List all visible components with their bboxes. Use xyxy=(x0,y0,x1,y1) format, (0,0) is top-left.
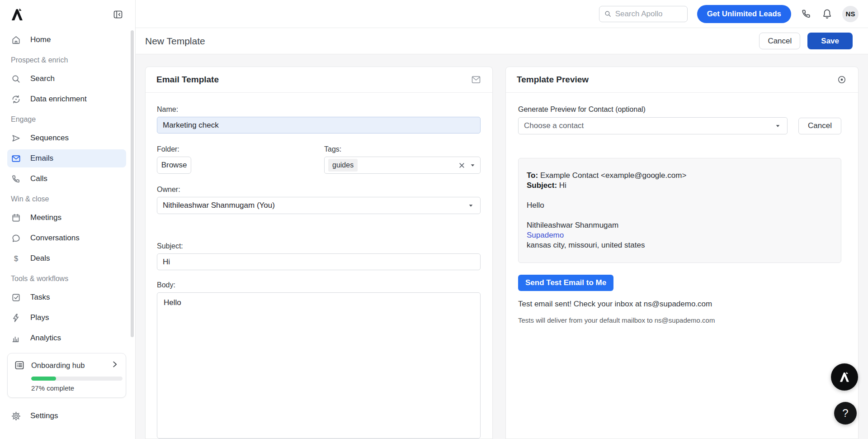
page-title: New Template xyxy=(145,36,752,47)
calls-icon xyxy=(11,174,21,184)
sidebar-item-label: Settings xyxy=(30,411,58,420)
onboarding-progress-label: 27% complete xyxy=(31,384,119,392)
sidebar-item-emails[interactable]: Emails xyxy=(7,149,126,167)
sidebar-item-deals[interactable]: $ Deals xyxy=(7,249,126,267)
contact-select-placeholder: Choose a contact xyxy=(524,121,775,130)
template-preview-panel: Template Preview Generate Preview for Co… xyxy=(505,67,859,439)
subject-label: Subject: xyxy=(157,242,481,250)
sidebar-item-label: Sequences xyxy=(30,134,69,143)
sidebar-item-conversations[interactable]: Conversations xyxy=(7,229,126,247)
preview-subject-value: Hi xyxy=(557,181,566,190)
owner-value: Nithileashwar Shanmugam (You) xyxy=(163,201,468,210)
sidebar-item-data-enrichment[interactable]: Data enrichment xyxy=(7,90,126,108)
settings-gear-icon xyxy=(11,411,21,421)
help-fab[interactable]: ? xyxy=(834,402,857,425)
send-test-email-button[interactable]: Send Test Email to Me xyxy=(518,275,613,291)
emails-icon xyxy=(11,153,21,164)
body-label: Body: xyxy=(157,281,481,289)
sidebar-item-calls[interactable]: Calls xyxy=(7,170,126,188)
notifications-bell-icon[interactable] xyxy=(821,8,833,19)
email-template-panel: Email Template Name: Folder: Browse Tags… xyxy=(145,67,493,439)
onboarding-hub-title: Onboarding hub xyxy=(31,361,104,370)
sidebar-item-search[interactable]: Search xyxy=(7,70,126,88)
preview-greeting: Hello xyxy=(527,200,833,210)
tags-label: Tags: xyxy=(324,145,481,153)
apollo-logo-icon xyxy=(838,370,851,384)
chevron-down-icon[interactable] xyxy=(470,162,476,168)
preview-to-value: Example Contact <example@google.com> xyxy=(538,171,686,180)
data-enrichment-icon xyxy=(11,94,21,105)
onboarding-hub-card[interactable]: Onboarding hub 27% complete xyxy=(7,353,126,398)
onboarding-checklist-icon xyxy=(14,360,25,371)
preview-eye-icon[interactable] xyxy=(836,74,847,85)
cancel-button[interactable]: Cancel xyxy=(759,33,800,49)
svg-text:$: $ xyxy=(14,254,18,262)
sidebar-item-home[interactable]: Home xyxy=(7,31,126,49)
name-label: Name: xyxy=(157,105,481,114)
onboarding-progress-track xyxy=(31,377,123,381)
conversations-icon xyxy=(11,233,21,243)
owner-select[interactable]: Nithileashwar Shanmugam (You) xyxy=(157,197,481,214)
get-unlimited-leads-button[interactable]: Get Unlimited Leads xyxy=(697,5,791,23)
phone-icon[interactable] xyxy=(801,8,812,19)
home-icon xyxy=(11,35,21,45)
email-template-form: Name: Folder: Browse Tags: guides xyxy=(146,93,492,439)
search-icon xyxy=(604,10,612,18)
template-name-input[interactable] xyxy=(157,117,481,134)
sequences-icon xyxy=(11,133,21,143)
sidebar-item-analytics[interactable]: Analytics xyxy=(7,329,126,347)
preview-subject-label: Subject: xyxy=(527,181,557,190)
tags-select[interactable]: guides xyxy=(324,157,481,174)
meetings-icon xyxy=(11,213,21,223)
sidebar-item-sequences[interactable]: Sequences xyxy=(7,129,126,147)
browse-folder-button[interactable]: Browse xyxy=(157,157,191,174)
sidebar-item-label: Meetings xyxy=(30,213,61,222)
preview-cancel-button[interactable]: Cancel xyxy=(798,118,841,134)
content-area: Email Template Name: Folder: Browse Tags… xyxy=(136,54,868,439)
save-button[interactable]: Save xyxy=(807,33,853,49)
plays-icon xyxy=(11,313,21,323)
app-root: Home Prospect & enrich Search Data enric… xyxy=(0,0,868,439)
spacer xyxy=(527,191,833,200)
sidebar-item-meetings[interactable]: Meetings xyxy=(7,209,126,227)
sidebar-item-label: Search xyxy=(30,74,55,83)
folder-label: Folder: xyxy=(157,145,324,153)
chevron-down-icon xyxy=(468,203,474,209)
subject-input[interactable] xyxy=(157,253,481,270)
template-preview-title: Template Preview xyxy=(517,75,836,85)
delivery-note: Tests will deliver from your default mai… xyxy=(518,316,841,324)
page-header: New Template Cancel Save xyxy=(136,28,868,54)
analytics-icon xyxy=(11,333,21,344)
sidebar-item-label: Emails xyxy=(30,154,53,163)
sidebar-item-label: Home xyxy=(30,35,51,44)
sidebar-top xyxy=(0,0,135,26)
collapse-sidebar-icon[interactable] xyxy=(112,9,124,20)
test-email-sent-message: Test email sent! Check your inbox at ns@… xyxy=(518,300,841,309)
envelope-icon xyxy=(471,74,481,85)
sidebar-section-tools: Tools & workflows xyxy=(11,275,135,283)
help-question-mark: ? xyxy=(842,407,848,420)
sidebar-scrollbar[interactable] xyxy=(131,30,134,337)
topbar: Get Unlimited Leads NS xyxy=(136,0,868,28)
search-icon xyxy=(11,74,21,84)
chevron-down-icon xyxy=(775,123,781,129)
chevron-right-icon[interactable] xyxy=(110,360,119,371)
preview-to-line: To: Example Contact <example@google.com> xyxy=(527,171,833,181)
search-input[interactable] xyxy=(615,10,683,19)
apollo-logo-icon[interactable] xyxy=(9,6,25,23)
contact-select[interactable]: Choose a contact xyxy=(518,117,788,134)
body-textarea[interactable]: Hello xyxy=(157,292,481,439)
clear-tags-icon[interactable] xyxy=(458,162,465,169)
onboarding-progress-fill xyxy=(31,377,56,381)
sidebar-item-settings[interactable]: Settings xyxy=(7,407,126,425)
sidebar-item-label: Plays xyxy=(30,313,49,322)
sidebar-item-tasks[interactable]: Tasks xyxy=(7,288,126,306)
global-search[interactable] xyxy=(599,6,688,22)
tasks-icon xyxy=(11,292,21,303)
apollo-assistant-fab[interactable] xyxy=(831,363,858,391)
signature-company-link[interactable]: Supademo xyxy=(527,230,833,240)
deals-icon: $ xyxy=(11,253,21,264)
user-avatar[interactable]: NS xyxy=(842,6,859,22)
sidebar-item-plays[interactable]: Plays xyxy=(7,309,126,327)
sidebar-item-label: Deals xyxy=(30,254,50,263)
